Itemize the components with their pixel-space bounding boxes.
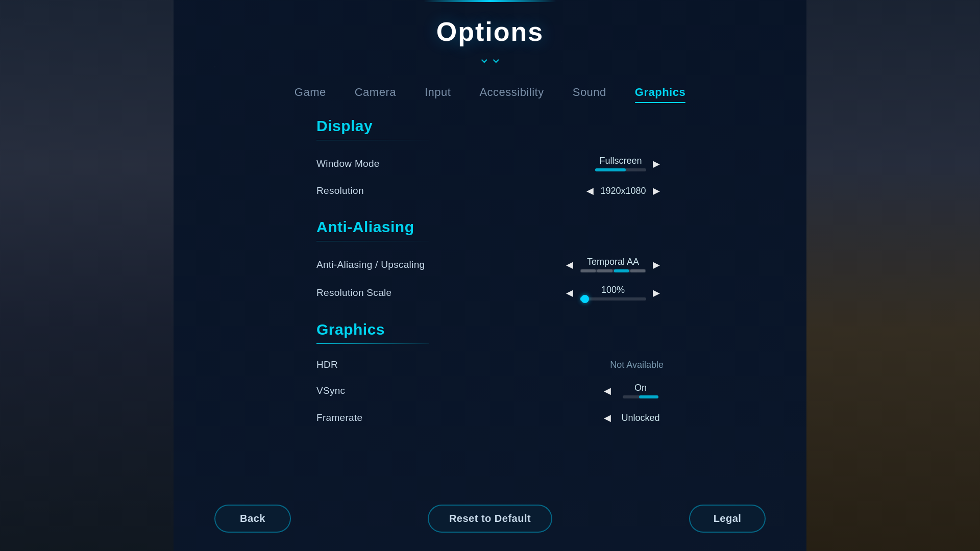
tab-graphics[interactable]: Graphics — [635, 86, 685, 103]
vsync-label: VSync — [316, 385, 345, 396]
aa-upscaling-label: Anti-Aliasing / Upscaling — [316, 259, 425, 270]
aa-upscaling-value: Temporal AA — [587, 257, 639, 267]
window-mode-value: Fullscreen — [598, 156, 644, 166]
resolution-scale-row: Resolution Scale ◀ 100% ▶ — [316, 279, 664, 307]
anti-aliasing-section: Anti-Aliasing Anti-Aliasing / Upscaling … — [316, 218, 664, 307]
resolution-control: ◀ 980x551 ▶ — [561, 184, 664, 198]
vsync-control: ◀ On — [561, 383, 664, 398]
graphics-section: Graphics HDR Not Available VSync ◀ On — [316, 321, 664, 431]
vsync-value-group: On — [618, 383, 664, 398]
aa-upscaling-bar — [580, 269, 646, 272]
vsync-bar-fill — [639, 395, 659, 398]
graphics-section-header: Graphics — [316, 321, 664, 338]
aa-upscaling-value-group: Temporal AA — [580, 257, 646, 272]
page-title: Options — [436, 16, 544, 47]
framerate-prev-btn[interactable]: ◀ — [600, 411, 615, 425]
hdr-row: HDR Not Available — [316, 353, 664, 377]
anti-aliasing-section-header: Anti-Aliasing — [316, 218, 664, 236]
gap-2 — [316, 307, 664, 321]
resolution-scale-slider[interactable] — [580, 297, 646, 300]
window-mode-bar — [595, 168, 646, 171]
slider-thumb[interactable] — [581, 295, 589, 303]
gap-3 — [316, 431, 664, 445]
window-mode-label: Window Mode — [316, 158, 380, 169]
resolution-next-btn[interactable]: ▶ — [649, 184, 664, 198]
vsync-bar — [623, 395, 658, 398]
chevron-down-icon: ⌄⌄ — [478, 51, 502, 65]
vsync-value: On — [618, 383, 664, 393]
aa-upscaling-row: Anti-Aliasing / Upscaling ◀ Temporal AA … — [316, 251, 664, 279]
window-mode-next-btn[interactable]: ▶ — [649, 157, 664, 171]
bottom-bar: Back Reset to Default Legal — [174, 490, 806, 551]
window-mode-value-group: Fullscreen — [595, 156, 646, 171]
aa-upscaling-prev-btn[interactable]: ◀ — [562, 258, 577, 272]
resolution-label: Resolution — [316, 185, 364, 196]
aa-upscaling-next-btn[interactable]: ▶ — [649, 258, 664, 272]
framerate-row: Framerate ◀ Unlocked — [316, 405, 664, 431]
resolution-scale-control: ◀ 100% ▶ — [561, 285, 664, 300]
resolution-prev-btn[interactable]: ◀ — [583, 184, 597, 198]
resolution-scale-label: Resolution Scale — [316, 287, 391, 298]
top-accent-bar — [424, 0, 556, 2]
settings-content: Display Window Mode Fullscreen ▶ Reso — [316, 117, 664, 490]
back-button[interactable]: Back — [214, 505, 291, 533]
hdr-label: HDR — [316, 359, 338, 370]
tab-sound[interactable]: Sound — [573, 86, 606, 103]
resolution-scale-prev-btn[interactable]: ◀ — [562, 286, 577, 300]
top-bar — [174, 0, 806, 2]
reset-to-default-button[interactable]: Reset to Default — [428, 505, 552, 533]
framerate-label: Framerate — [316, 412, 362, 423]
window-mode-control: Fullscreen ▶ — [561, 156, 664, 171]
graphics-divider — [316, 343, 429, 344]
tab-input[interactable]: Input — [425, 86, 451, 103]
resolution-scale-value: 100% — [590, 285, 636, 295]
background-left-panel — [0, 0, 174, 551]
framerate-control: ◀ Unlocked — [561, 411, 664, 425]
aa-upscaling-control: ◀ Temporal AA ▶ — [561, 257, 664, 272]
background-right-panel — [806, 0, 980, 551]
tab-accessibility[interactable]: Accessibility — [479, 86, 544, 103]
display-section-header: Display — [316, 117, 664, 135]
resolution-scale-value-group: 100% — [580, 285, 646, 300]
window-mode-bar-fill — [595, 168, 626, 171]
tab-game[interactable]: Game — [295, 86, 326, 103]
anti-aliasing-divider — [316, 241, 429, 241]
resolution-scale-next-btn[interactable]: ▶ — [649, 286, 664, 300]
gap-1 — [316, 204, 664, 218]
display-section: Display Window Mode Fullscreen ▶ Reso — [316, 117, 664, 204]
tab-camera[interactable]: Camera — [355, 86, 396, 103]
resolution-row: Resolution ◀ 980x551 ▶ — [316, 178, 664, 204]
hdr-control: Not Available — [561, 360, 664, 370]
display-divider — [316, 140, 429, 140]
gap-4 — [316, 445, 664, 460]
main-panel: Options ⌄⌄ Game Camera Input Accessibili… — [174, 0, 806, 551]
vsync-prev-btn[interactable]: ◀ — [600, 384, 615, 398]
window-mode-row: Window Mode Fullscreen ▶ — [316, 149, 664, 178]
framerate-value: Unlocked — [618, 413, 664, 423]
nav-tabs: Game Camera Input Accessibility Sound Gr… — [295, 86, 685, 103]
resolution-value: 980x551 — [600, 186, 646, 196]
vsync-row: VSync ◀ On — [316, 377, 664, 405]
hdr-value: Not Available — [610, 360, 664, 370]
legal-button[interactable]: Legal — [689, 505, 766, 533]
